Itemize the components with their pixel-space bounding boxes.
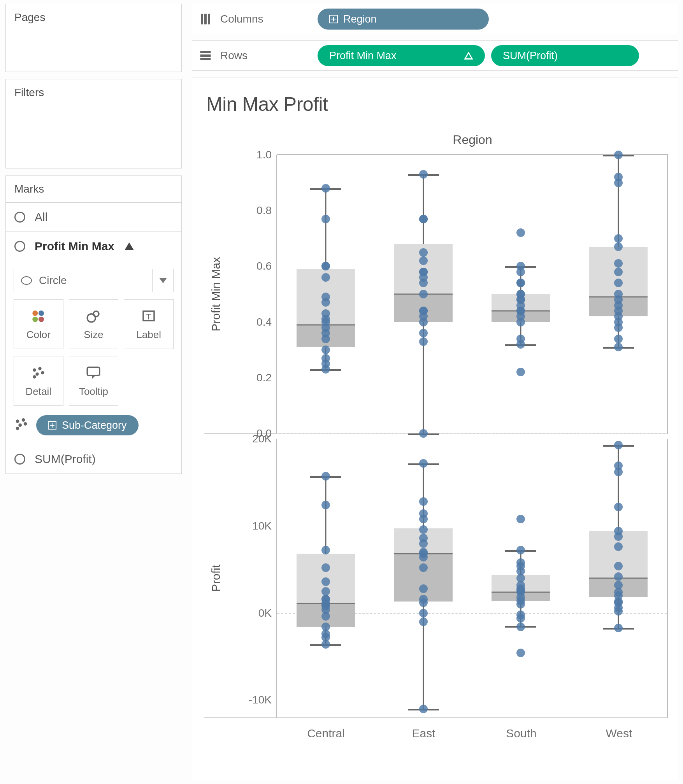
dropdown-button[interactable] [152,269,173,292]
data-point[interactable] [321,577,330,586]
data-point[interactable] [419,170,428,179]
data-point[interactable] [516,290,525,298]
svg-rect-20 [204,14,207,25]
data-point[interactable] [419,290,428,298]
boxplot-south[interactable] [472,155,570,433]
rows-pill-sum-profit[interactable]: SUM(Profit) [491,45,639,66]
data-point[interactable] [516,228,525,237]
data-point[interactable] [614,343,623,351]
mark-type-select[interactable]: Circle [14,269,174,292]
data-point[interactable] [614,624,623,632]
boxplot-east[interactable] [375,439,472,717]
data-point[interactable] [614,259,623,268]
data-point[interactable] [516,262,525,270]
data-point[interactable] [321,587,330,596]
data-point[interactable] [321,309,330,318]
data-point[interactable] [614,234,623,243]
data-point[interactable] [321,595,330,603]
pages-shelf[interactable]: Pages [5,4,182,72]
data-point[interactable] [321,293,330,301]
boxplot-central[interactable] [277,439,375,717]
data-point[interactable] [321,215,330,223]
marks-size-button[interactable]: Size [69,299,119,349]
data-point[interactable] [419,584,428,593]
data-point[interactable] [419,329,428,337]
data-point[interactable] [321,623,330,631]
data-point[interactable] [419,609,428,617]
boxplot-central[interactable] [277,155,375,433]
data-point[interactable] [516,546,525,554]
data-point[interactable] [321,354,330,363]
data-point[interactable] [516,279,525,287]
data-point[interactable] [614,542,623,551]
data-point[interactable] [321,273,330,282]
boxplot-west[interactable] [570,439,667,717]
boxplot-east[interactable] [375,155,472,433]
data-point[interactable] [419,548,428,556]
svg-point-9 [38,367,41,370]
data-point[interactable] [516,649,525,657]
data-point[interactable] [614,503,623,511]
data-point[interactable] [321,346,330,354]
data-point[interactable] [614,461,623,470]
data-point[interactable] [419,459,428,468]
data-point[interactable] [321,472,330,481]
marks-detail-button[interactable]: Detail [14,356,63,406]
data-point[interactable] [614,527,623,535]
data-point[interactable] [516,558,525,567]
rows-shelf[interactable]: Rows Profit Min Max SUM(Profit) [192,40,678,71]
data-point[interactable] [516,623,525,631]
marks-layer-all[interactable]: All [6,203,181,232]
data-point[interactable] [516,368,525,376]
rows-pill-profit-min-max[interactable]: Profit Min Max [318,45,485,66]
data-point[interactable] [614,581,623,589]
data-point[interactable] [419,525,428,534]
chart-panel-profit-min-max[interactable]: Profit Min Max0.00.20.40.60.81.0 [204,155,668,434]
data-point[interactable] [419,617,428,626]
chart-panel-profit[interactable]: Profit-10K0K10K20K [204,439,668,718]
data-point[interactable] [614,268,623,276]
data-point[interactable] [321,501,330,509]
columns-shelf[interactable]: Columns Region [192,4,678,34]
data-point[interactable] [614,562,623,570]
data-point[interactable] [419,268,428,276]
boxplot-south[interactable] [472,439,570,717]
data-point[interactable] [419,307,428,315]
data-point[interactable] [614,279,623,287]
data-point[interactable] [516,610,525,619]
data-point[interactable] [419,595,428,603]
data-point[interactable] [516,335,525,343]
marks-tooltip-button[interactable]: Tooltip [69,356,119,406]
data-point[interactable] [614,441,623,449]
marks-layer-sum-profit[interactable]: SUM(Profit) [6,445,181,474]
data-point[interactable] [321,184,330,193]
data-point[interactable] [419,429,428,438]
data-point[interactable] [321,262,330,270]
marks-label-button[interactable]: T Label [124,299,174,349]
data-point[interactable] [419,215,428,223]
data-point[interactable] [419,534,428,542]
data-point[interactable] [419,256,428,265]
boxplot-west[interactable] [570,155,667,433]
data-point[interactable] [419,337,428,346]
marks-tooltip-label: Tooltip [79,386,108,398]
data-point[interactable] [614,335,623,343]
data-point[interactable] [419,497,428,506]
marks-layer-profit-min-max[interactable]: Profit Min Max [6,232,181,261]
data-point[interactable] [321,563,330,572]
data-point[interactable] [614,173,623,181]
data-point[interactable] [614,290,623,298]
data-point[interactable] [516,515,525,523]
data-point[interactable] [419,563,428,572]
detail-pill-subcategory[interactable]: Sub-Category [36,415,139,435]
columns-pill-region[interactable]: Region [318,9,489,30]
data-point[interactable] [419,705,428,713]
data-point[interactable] [614,572,623,581]
filters-shelf[interactable]: Filters [5,79,182,168]
data-point[interactable] [614,242,623,251]
data-point[interactable] [321,546,330,554]
data-point[interactable] [614,151,623,159]
data-point[interactable] [419,248,428,257]
marks-color-button[interactable]: Color [14,299,63,349]
data-point[interactable] [419,509,428,518]
